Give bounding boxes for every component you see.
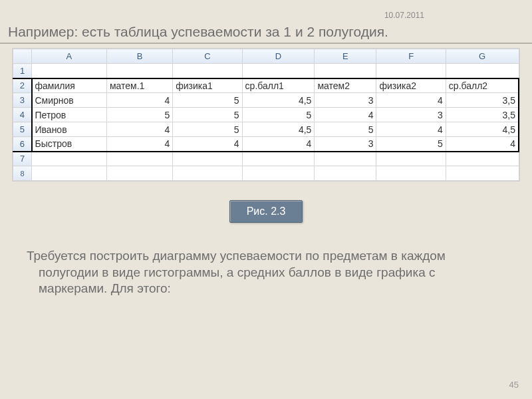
- cell[interactable]: 4: [315, 108, 376, 122]
- table-row: 2 фамилия матем.1 физика1 ср.балл1 матем…: [13, 78, 519, 93]
- cell[interactable]: 4: [106, 93, 172, 108]
- row-3[interactable]: 3: [13, 93, 32, 108]
- col-D[interactable]: D: [242, 49, 315, 64]
- cell[interactable]: ср.балл1: [242, 78, 315, 93]
- cell[interactable]: физика2: [376, 78, 446, 93]
- cell[interactable]: 5: [173, 122, 242, 137]
- corner-cell[interactable]: [13, 49, 32, 64]
- cell[interactable]: 5: [376, 137, 446, 152]
- cell[interactable]: 3,5: [446, 93, 519, 108]
- cell[interactable]: 4: [376, 93, 446, 108]
- row-2[interactable]: 2: [13, 78, 32, 93]
- cell[interactable]: 5: [315, 122, 376, 137]
- table-row: 5 Иванов 4 5 4,5 5 4 4,5: [13, 122, 519, 137]
- slide-date: 10.07.2011: [384, 11, 424, 20]
- cell[interactable]: Быстров: [32, 137, 107, 152]
- cell[interactable]: 5: [173, 93, 242, 108]
- row-7[interactable]: 7: [13, 152, 32, 166]
- col-E[interactable]: E: [315, 49, 376, 64]
- cell[interactable]: 4,5: [242, 93, 315, 108]
- figure-caption: Рис. 2.3: [229, 200, 303, 223]
- col-B[interactable]: B: [106, 49, 172, 64]
- page-number: 45: [509, 380, 519, 390]
- cell[interactable]: 4,5: [242, 122, 315, 137]
- cell[interactable]: 3: [315, 137, 376, 152]
- row-1[interactable]: 1: [13, 64, 32, 78]
- cell[interactable]: Иванов: [32, 122, 107, 137]
- cell[interactable]: 4: [242, 137, 315, 152]
- cell[interactable]: 5: [106, 108, 172, 122]
- cell[interactable]: 4: [173, 137, 242, 152]
- divider: [0, 43, 532, 44]
- row-6[interactable]: 6: [13, 137, 32, 152]
- cell[interactable]: 4,5: [446, 122, 519, 137]
- column-header-row: A B C D E F G: [13, 49, 519, 64]
- cell[interactable]: Петров: [32, 108, 107, 122]
- cell[interactable]: 5: [242, 108, 315, 122]
- cell[interactable]: 3: [376, 108, 446, 122]
- table-row: 3 Смирнов 4 5 4,5 3 4 3,5: [13, 93, 519, 108]
- table-row: 7: [13, 152, 519, 166]
- cell[interactable]: фамилия: [32, 78, 107, 93]
- row-8[interactable]: 8: [13, 166, 32, 181]
- cell[interactable]: 5: [173, 108, 242, 122]
- col-G[interactable]: G: [446, 49, 519, 64]
- cell[interactable]: 4: [106, 122, 172, 137]
- col-C[interactable]: C: [173, 49, 242, 64]
- cell[interactable]: физика1: [173, 78, 242, 93]
- cell[interactable]: матем.1: [106, 78, 172, 93]
- cell[interactable]: 4: [376, 122, 446, 137]
- table-row: 1: [13, 64, 519, 78]
- spreadsheet-grid: A B C D E F G 1 2 фамилия матем.1 физика…: [13, 49, 519, 181]
- cell[interactable]: 3,5: [446, 108, 519, 122]
- table-row: 8: [13, 166, 519, 181]
- col-A[interactable]: A: [32, 49, 107, 64]
- cell[interactable]: матем2: [315, 78, 376, 93]
- row-5[interactable]: 5: [13, 122, 32, 137]
- cell[interactable]: 4: [446, 137, 519, 152]
- cell[interactable]: Смирнов: [32, 93, 107, 108]
- spreadsheet: A B C D E F G 1 2 фамилия матем.1 физика…: [12, 48, 520, 182]
- col-F[interactable]: F: [376, 49, 446, 64]
- body-paragraph: Требуется построить диаграмму успеваемос…: [27, 248, 495, 297]
- cell[interactable]: ср.балл2: [446, 78, 519, 93]
- row-4[interactable]: 4: [13, 108, 32, 122]
- cell[interactable]: 4: [106, 137, 172, 152]
- table-row: 6 Быстров 4 4 4 3 5 4: [13, 137, 519, 152]
- cell[interactable]: 3: [315, 93, 376, 108]
- slide-title: Например: есть таблица успеваемости за 1…: [0, 0, 532, 43]
- table-row: 4 Петров 5 5 5 4 3 3,5: [13, 108, 519, 122]
